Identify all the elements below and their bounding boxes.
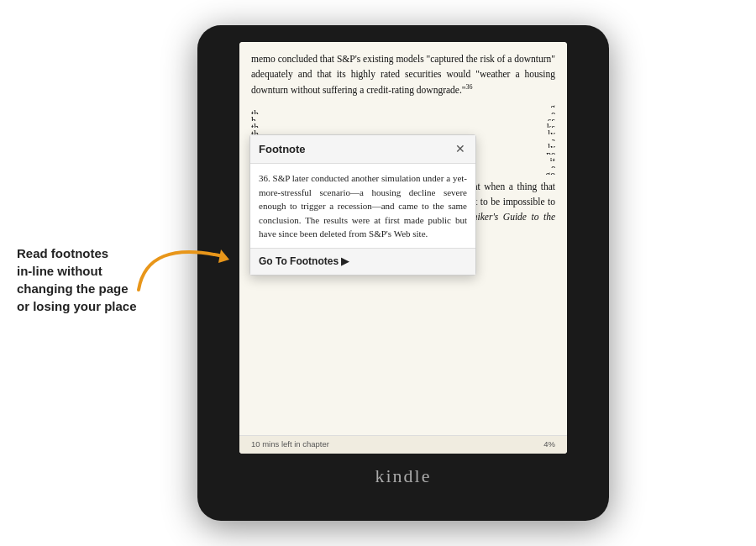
arrow-icon [130,223,239,307]
annotation-line3: changing the page [17,281,129,296]
scene: Read footnotes in-line without changing … [0,0,756,546]
footnote-popup[interactable]: Footnote ✕ 36. S&P later conducted anoth… [249,134,476,276]
status-progress: 4% [543,438,555,451]
kindle-brand-label: kindle [375,465,432,487]
footnote-goto-link[interactable]: Go To Footnotes ▶ [259,255,349,267]
kindle-screen[interactable]: memo concluded that S&P's existing model… [239,42,567,454]
masked-line-3: hss [251,114,555,121]
footnote-footer: Go To Footnotes ▶ [250,248,475,276]
book-paragraph-1: memo concluded that S&P's existing model… [251,52,555,97]
footnote-title: Footnote [259,141,306,158]
kindle-device: memo concluded that S&P's existing model… [197,25,609,521]
masked-line-4: thks [251,121,555,128]
footnote-header: Footnote ✕ [250,135,475,164]
footnote-body: 36. S&P later conducted another simulati… [250,164,475,248]
annotation-line2: in-line without [17,264,102,278]
book-text-area: memo concluded that S&P's existing model… [239,42,567,454]
annotation-line4: or losing your place [17,299,137,313]
svg-marker-0 [218,249,229,263]
annotation-line1: Read footnotes [17,246,108,260]
masked-line-1: g [251,101,555,108]
status-bar: 10 mins left in chapter 4% [239,435,567,454]
status-time-left: 10 mins left in chapter [251,438,329,451]
footnote-close-button[interactable]: ✕ [454,144,467,155]
masked-line-2: the [251,108,555,114]
